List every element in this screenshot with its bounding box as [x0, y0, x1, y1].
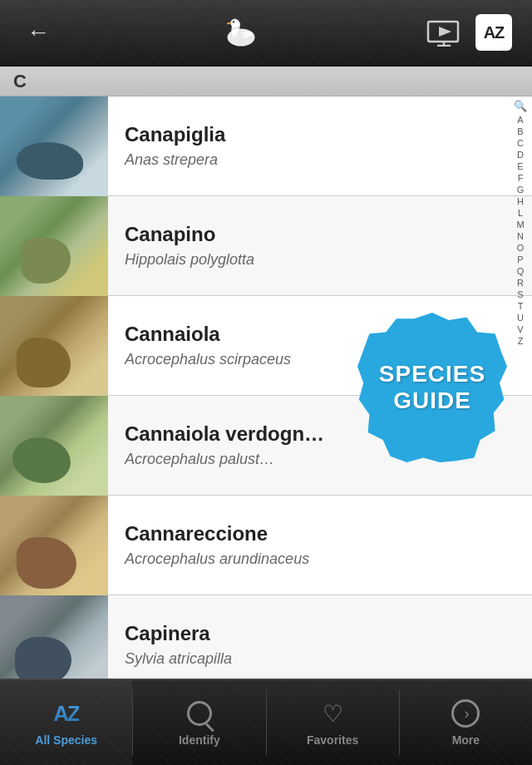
nav-right-controls: AZ [426, 14, 512, 51]
alpha-C[interactable]: C [515, 138, 525, 149]
common-name: Cannaiola verdogn… [125, 422, 374, 446]
alpha-U[interactable]: U [515, 313, 525, 323]
slideshow-icon [426, 18, 461, 47]
common-name: Capinera [125, 622, 499, 645]
scientific-name: Sylvia atricapilla [125, 650, 499, 668]
species-info: Capinera Sylvia atricapilla [108, 605, 532, 679]
scientific-name: Anas strepera [125, 151, 499, 169]
alpha-H[interactable]: H [515, 196, 525, 207]
tab-identify-label: Identify [179, 733, 220, 747]
common-name: Cannareccione [125, 522, 499, 545]
list-item[interactable]: Cannaiola Acrocephalus scirpaceus SPECIE… [0, 296, 532, 396]
alpha-G[interactable]: G [515, 185, 526, 195]
species-info: Canapiglia Anas strepera [108, 106, 532, 185]
search-icon [187, 701, 212, 726]
species-info: Cannareccione Acrocephalus arundinaceus [108, 506, 532, 585]
sort-label: AZ [484, 23, 505, 42]
alpha-R[interactable]: R [515, 278, 525, 289]
species-list: Canapiglia Anas strepera Canapino Hippol… [0, 96, 532, 679]
badge-text-line2: GUIDE [393, 387, 471, 414]
species-thumbnail [0, 296, 108, 396]
list-item[interactable]: Cannareccione Acrocephalus arundinaceus [0, 496, 532, 595]
species-thumbnail [0, 196, 108, 296]
alpha-D[interactable]: D [515, 150, 525, 160]
favorites-tab-icon: ♡ [314, 698, 351, 728]
species-thumbnail [0, 496, 108, 595]
species-info: Canapino Hippolais polyglotta [108, 206, 532, 285]
alpha-T[interactable]: T [516, 301, 525, 312]
more-tab-icon: › [447, 698, 484, 728]
search-alpha-icon[interactable]: 🔍 [514, 100, 527, 112]
scientific-name: Hippolais polyglotta [125, 251, 499, 269]
section-letter: C [13, 71, 27, 92]
scientific-name: Acrocephalus scirpaceus [125, 351, 357, 368]
alpha-P[interactable]: P [515, 254, 525, 265]
alpha-F[interactable]: F [516, 173, 525, 184]
alpha-N[interactable]: N [515, 231, 525, 242]
alpha-L[interactable]: L [516, 208, 525, 219]
tab-all-species[interactable]: AZ All Species [0, 680, 132, 765]
chevron-right-icon: › [464, 705, 469, 723]
tab-favorites-label: Favorites [307, 733, 358, 747]
slideshow-button[interactable] [426, 14, 462, 51]
more-circle-icon: › [451, 699, 480, 728]
alpha-A[interactable]: A [515, 115, 525, 126]
alpha-S[interactable]: S [515, 289, 525, 300]
tab-more-label: More [452, 733, 480, 747]
alphabet-sidebar: 🔍 A B C D E F G H L M N O P Q R S T U V … [509, 96, 532, 679]
alpha-V[interactable]: V [515, 324, 525, 335]
heart-icon: ♡ [323, 700, 343, 728]
svg-point-2 [233, 21, 234, 22]
species-thumbnail [0, 396, 108, 496]
tab-more[interactable]: › More [400, 680, 532, 765]
tab-all-species-label: All Species [35, 733, 97, 747]
scientific-name: Acrocephalus arundinaceus [125, 550, 499, 568]
alpha-Q[interactable]: Q [515, 266, 526, 277]
svg-point-1 [230, 19, 239, 28]
list-item[interactable]: Canapino Hippolais polyglotta [0, 196, 532, 296]
tab-favorites[interactable]: ♡ Favorites [267, 680, 399, 765]
alpha-O[interactable]: O [515, 243, 526, 254]
badge-shape: SPECIES GUIDE [357, 313, 507, 462]
identify-tab-icon [181, 698, 218, 728]
swan-icon [216, 12, 266, 53]
scientific-name: Acrocephalus palust… [125, 451, 357, 468]
badge-text-line1: SPECIES [379, 361, 485, 387]
back-arrow-icon: ← [27, 19, 50, 46]
bottom-tab-bar: AZ All Species Identify ♡ Favorites › Mo… [0, 679, 532, 765]
alpha-Z[interactable]: Z [516, 336, 525, 347]
common-name: Canapiglia [125, 123, 499, 146]
list-item[interactable]: Canapiglia Anas strepera [0, 96, 532, 196]
svg-marker-6 [439, 27, 451, 37]
top-navigation-bar: ← AZ [0, 0, 532, 67]
alpha-E[interactable]: E [515, 161, 525, 172]
common-name: Canapino [125, 223, 499, 246]
section-header: C [0, 67, 532, 96]
species-thumbnail [0, 96, 108, 196]
back-button[interactable]: ← [20, 14, 57, 51]
alpha-B[interactable]: B [515, 126, 525, 137]
list-item[interactable]: Capinera Sylvia atricapilla [0, 595, 532, 679]
alpha-M[interactable]: M [515, 220, 525, 230]
species-guide-badge: SPECIES GUIDE [357, 313, 507, 462]
az-tab-icon: AZ [48, 698, 85, 728]
species-thumbnail [0, 595, 108, 679]
sort-az-button[interactable]: AZ [475, 14, 512, 51]
tab-identify[interactable]: Identify [133, 680, 265, 765]
app-logo [216, 12, 266, 53]
